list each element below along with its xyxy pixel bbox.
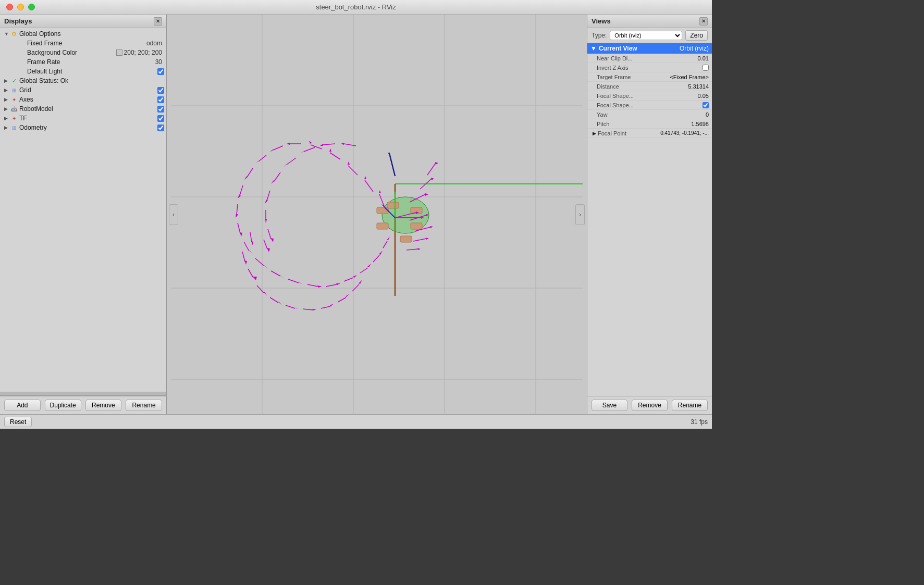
robot-model-arrow xyxy=(4,106,9,111)
global-options-label: Global Options xyxy=(19,30,164,38)
svg-rect-17 xyxy=(411,223,422,229)
3d-viewport[interactable]: ‹ › xyxy=(167,15,587,414)
svg-rect-16 xyxy=(377,223,388,229)
near-clip-label: Near Clip Di... xyxy=(597,55,698,61)
views-buttons: Save Remove Rename xyxy=(587,396,712,414)
tf-item[interactable]: ✦ TF xyxy=(0,114,166,123)
bg-color-label: Background Color xyxy=(27,49,116,56)
maximize-button[interactable] xyxy=(28,4,35,10)
displays-panel-close[interactable]: ✕ xyxy=(154,17,162,26)
default-light-row[interactable]: Default Light xyxy=(0,67,166,76)
tf-icon: ✦ xyxy=(10,115,18,122)
svg-rect-19 xyxy=(387,202,399,208)
invert-z-checkbox[interactable] xyxy=(703,65,709,71)
default-light-label: Default Light xyxy=(27,68,157,75)
focal-point-row[interactable]: ▶ Focal Point 0.41743; -0.1941; -... xyxy=(587,129,712,138)
svg-rect-0 xyxy=(171,15,583,414)
global-options-item[interactable]: ⚙ Global Options xyxy=(0,29,166,39)
global-status-label: Global Status: Ok xyxy=(19,77,164,84)
global-options-arrow xyxy=(4,31,9,36)
bg-color-row[interactable]: Background Color 200; 200; 200 xyxy=(0,48,166,57)
close-button[interactable] xyxy=(6,4,13,10)
yaw-row[interactable]: Yaw 0 xyxy=(587,110,712,119)
odometry-arrow xyxy=(4,125,9,130)
zero-button[interactable]: Zero xyxy=(685,30,708,41)
remove-button[interactable]: Remove xyxy=(85,400,122,411)
titlebar: steer_bot_robot.rviz - RViz xyxy=(0,0,712,15)
fixed-frame-arrow xyxy=(21,41,26,46)
tf-checkbox[interactable] xyxy=(157,115,164,122)
window-controls xyxy=(6,4,35,10)
panel-separator xyxy=(0,392,166,396)
add-button[interactable]: Add xyxy=(4,400,41,411)
grid-checkbox[interactable] xyxy=(157,87,164,94)
robot-model-item[interactable]: 🤖 RobotModel xyxy=(0,104,166,114)
views-tree: ▼ Current View Orbit (rviz) Near Clip Di… xyxy=(587,43,712,396)
axes-checkbox[interactable] xyxy=(157,96,164,103)
focal-shape-enabled-label: Focal Shape... xyxy=(597,102,703,108)
reset-button[interactable]: Reset xyxy=(4,417,32,427)
displays-tree: ⚙ Global Options Fixed Frame odom Backgr… xyxy=(0,28,166,392)
near-clip-row[interactable]: Near Clip Di... 0.01 xyxy=(587,54,712,63)
save-button[interactable]: Save xyxy=(592,400,627,411)
frame-rate-row[interactable]: Frame Rate 30 xyxy=(0,57,166,67)
focal-point-label: Focal Point xyxy=(598,130,660,136)
odometry-icon: ⊞ xyxy=(10,124,18,131)
target-frame-value: <Fixed Frame> xyxy=(670,74,709,80)
axes-item[interactable]: ✦ Axes xyxy=(0,95,166,104)
bg-color-swatch[interactable] xyxy=(116,49,122,56)
focal-shape-enabled-checkbox[interactable] xyxy=(703,102,709,108)
yaw-label: Yaw xyxy=(597,111,706,118)
pitch-row[interactable]: Pitch 1.5698 xyxy=(587,119,712,129)
target-frame-row[interactable]: Target Frame <Fixed Frame> xyxy=(587,72,712,82)
focal-shape-size-row[interactable]: Focal Shape... 0.05 xyxy=(587,91,712,101)
fixed-frame-label: Fixed Frame xyxy=(27,40,146,47)
type-select[interactable]: Orbit (rviz) xyxy=(610,31,682,40)
displays-panel: Displays ✕ ⚙ Global Options Fixed Frame … xyxy=(0,15,167,414)
window-title: steer_bot_robot.rviz - RViz xyxy=(316,3,396,11)
views-panel: Views ✕ Type: Orbit (rviz) Zero ▼ Curren… xyxy=(587,15,712,414)
fixed-frame-row[interactable]: Fixed Frame odom xyxy=(0,39,166,48)
grid-arrow xyxy=(4,88,9,93)
grid-item[interactable]: ⊞ Grid xyxy=(0,85,166,95)
views-panel-title: Views xyxy=(592,17,611,25)
odometry-item[interactable]: ⊞ Odometry xyxy=(0,123,166,132)
frame-rate-label: Frame Rate xyxy=(27,58,155,66)
type-row: Type: Orbit (rviz) Zero xyxy=(587,28,712,43)
frame-rate-value: 30 xyxy=(155,58,162,66)
odometry-checkbox[interactable] xyxy=(157,125,164,131)
fps-label: 31 fps xyxy=(691,418,708,426)
tf-label: TF xyxy=(19,115,157,122)
frame-rate-arrow xyxy=(21,59,26,65)
nav-arrow-right[interactable]: › xyxy=(575,204,585,225)
svg-rect-14 xyxy=(377,207,388,214)
nav-arrow-left[interactable]: ‹ xyxy=(169,204,178,225)
invert-z-row[interactable]: Invert Z Axis xyxy=(587,63,712,72)
views-rename-button[interactable]: Rename xyxy=(672,400,708,411)
robot-model-checkbox[interactable] xyxy=(157,106,164,113)
views-panel-close[interactable]: ✕ xyxy=(699,17,708,26)
fixed-frame-value: odom xyxy=(146,40,162,47)
current-view-type: Orbit (rviz) xyxy=(680,45,709,52)
pitch-label: Pitch xyxy=(597,121,691,127)
axes-icon: ✦ xyxy=(10,96,18,103)
invert-z-label: Invert Z Axis xyxy=(597,65,703,71)
rename-button[interactable]: Rename xyxy=(126,400,162,411)
minimize-button[interactable] xyxy=(17,4,24,10)
views-panel-header: Views ✕ xyxy=(587,15,712,28)
focal-point-value: 0.41743; -0.1941; -... xyxy=(660,130,709,136)
views-remove-button[interactable]: Remove xyxy=(632,400,668,411)
distance-row[interactable]: Distance 5.31314 xyxy=(587,82,712,91)
global-status-item[interactable]: ✓ Global Status: Ok xyxy=(0,76,166,85)
yaw-value: 0 xyxy=(706,111,709,118)
axes-arrow xyxy=(4,97,9,102)
current-view-header[interactable]: ▼ Current View Orbit (rviz) xyxy=(587,43,712,54)
focal-shape-enabled-row[interactable]: Focal Shape... xyxy=(587,101,712,110)
duplicate-button[interactable]: Duplicate xyxy=(45,400,81,411)
default-light-checkbox[interactable] xyxy=(157,68,164,75)
status-bar: Reset 31 fps xyxy=(0,414,712,429)
global-status-arrow xyxy=(4,78,9,83)
distance-label: Distance xyxy=(597,83,688,90)
displays-buttons: Add Duplicate Remove Rename xyxy=(0,396,166,414)
robot-model-label: RobotModel xyxy=(19,105,157,113)
